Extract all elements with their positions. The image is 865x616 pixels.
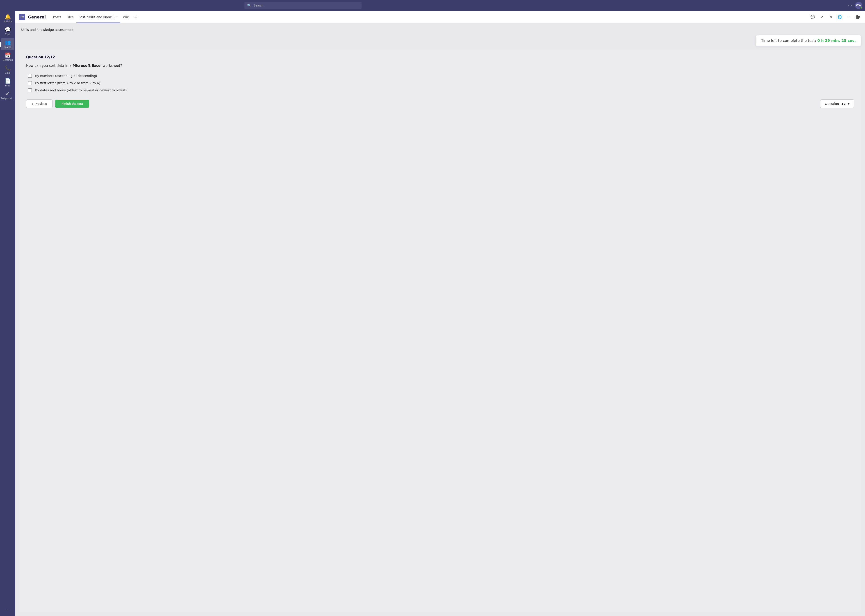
finish-test-button[interactable]: Finish the test	[55, 100, 89, 108]
assessment-title: Skills and knowledge assessment	[19, 27, 862, 32]
top-bar: 🔍 ··· OW	[0, 0, 865, 11]
sidebar-label-calls: Calls	[5, 72, 10, 74]
top-right-actions: ··· OW	[848, 2, 862, 9]
search-box[interactable]: 🔍	[244, 2, 362, 9]
tab-files[interactable]: Files	[64, 11, 76, 23]
avatar[interactable]: OW	[855, 2, 862, 9]
previous-button[interactable]: ‹ Previous	[26, 99, 52, 108]
sidebar-label-files: Files	[5, 85, 10, 87]
timer-value: 0 h 29 min. 25 sec.	[818, 38, 856, 43]
question-number: Question 12/12	[26, 55, 854, 59]
main-layout: 🔔 Activity 💬 Chat 👥 Teams 📅 Meetings 📞 C…	[0, 11, 865, 616]
testportal-icon: ✔	[6, 91, 10, 96]
timer-banner: Time left to complete the test: 0 h 29 m…	[756, 35, 862, 46]
chat-icon: 💬	[5, 27, 11, 32]
sidebar: 🔔 Activity 💬 Chat 👥 Teams 📅 Meetings 📞 C…	[0, 11, 15, 616]
sidebar-label-testportal: Testportal ...	[1, 97, 15, 100]
header-actions: 💬 ↗ ↻ 🌐 ··· 🎥	[809, 14, 862, 21]
test-outer: Skills and knowledge assessment Time lef…	[15, 24, 865, 616]
sidebar-more-button[interactable]: ···	[4, 606, 11, 614]
channel-tabs: Posts Files Test: Skills and knowl... ▾ …	[50, 11, 139, 23]
question-text: How can you sort data in a Microsoft Exc…	[26, 63, 854, 68]
sidebar-item-teams[interactable]: 👥 Teams	[1, 38, 14, 50]
add-tab-button[interactable]: +	[132, 11, 139, 23]
question-nav-label: Question	[825, 102, 839, 105]
option-item-1[interactable]: By numbers (ascending or descending)	[28, 74, 854, 78]
sidebar-label-meetings: Meetings	[3, 59, 13, 61]
top-more-button[interactable]: ···	[848, 3, 853, 8]
sidebar-item-meetings[interactable]: 📅 Meetings	[1, 51, 14, 63]
options-list: By numbers (ascending or descending) By …	[26, 74, 854, 92]
sidebar-label-teams: Teams	[4, 46, 11, 49]
sidebar-item-calls[interactable]: 📞 Calls	[1, 64, 14, 76]
teams-icon: 👥	[5, 40, 11, 45]
activity-icon: 🔔	[5, 14, 11, 19]
option-checkbox-1[interactable]	[28, 74, 32, 78]
search-icon: 🔍	[247, 3, 252, 8]
option-label-1: By numbers (ascending or descending)	[35, 74, 97, 78]
sidebar-item-files[interactable]: 📄 Files	[1, 77, 14, 89]
question-nav-dropdown[interactable]: Question 12 ▾	[820, 99, 854, 108]
sidebar-item-activity[interactable]: 🔔 Activity	[1, 13, 14, 25]
team-icon: Pt	[19, 14, 25, 20]
channel-name: General	[28, 15, 46, 19]
timer-label: Time left to complete the test:	[761, 38, 816, 43]
expand-action-button[interactable]: ↗	[818, 14, 826, 21]
chevron-left-icon: ‹	[32, 102, 33, 105]
more-action-button[interactable]: ···	[845, 14, 852, 21]
refresh-action-button[interactable]: ↻	[827, 14, 834, 21]
sidebar-label-chat: Chat	[5, 33, 10, 36]
calls-icon: 📞	[5, 66, 11, 71]
option-item-2[interactable]: By first letter (from A to Z or from Z t…	[28, 81, 854, 85]
avatar-presence-badge	[860, 7, 862, 9]
option-item-3[interactable]: By dates and hours (oldest to newest or …	[28, 88, 854, 92]
question-card: Question 12/12 How can you sort data in …	[19, 49, 862, 613]
tab-posts[interactable]: Posts	[50, 11, 64, 23]
question-nav-number: 12	[841, 102, 845, 105]
content-area: Pt General Posts Files Test: Skills and …	[15, 11, 865, 616]
option-label-2: By first letter (from A to Z or from Z t…	[35, 81, 100, 85]
video-action-button[interactable]: 🎥	[854, 14, 862, 21]
chat-action-button[interactable]: 💬	[809, 14, 816, 21]
tab-chevron-icon: ▾	[117, 16, 118, 18]
sidebar-item-chat[interactable]: 💬 Chat	[1, 25, 14, 37]
tab-test[interactable]: Test: Skills and knowl... ▾	[76, 11, 120, 23]
option-checkbox-3[interactable]	[28, 88, 32, 92]
nav-bar: ‹ Previous Finish the test Question 12 ▾	[26, 99, 854, 108]
tab-wiki[interactable]: Wiki	[120, 11, 132, 23]
files-icon: 📄	[5, 79, 11, 83]
meetings-icon: 📅	[5, 53, 11, 58]
globe-action-button[interactable]: 🌐	[836, 14, 843, 21]
option-label-3: By dates and hours (oldest to newest or …	[35, 88, 127, 92]
sidebar-item-testportal[interactable]: ✔ Testportal ...	[1, 90, 14, 102]
sidebar-label-activity: Activity	[3, 20, 12, 23]
chevron-down-icon: ▾	[848, 102, 849, 105]
search-input[interactable]	[254, 3, 359, 7]
option-checkbox-2[interactable]	[28, 81, 32, 85]
channel-header: Pt General Posts Files Test: Skills and …	[15, 11, 865, 24]
